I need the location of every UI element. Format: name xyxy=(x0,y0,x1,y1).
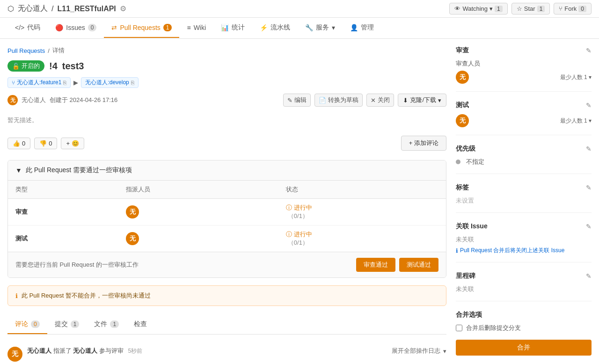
watch-dropdown-icon[interactable]: ▾ xyxy=(489,5,493,12)
col-type: 类型 xyxy=(8,181,118,199)
expand-log-icon: ▾ xyxy=(443,348,446,355)
test-min-count: 最少人数 1 ▾ xyxy=(560,117,592,125)
fork-button[interactable]: ⑂ Fork 0 xyxy=(554,3,592,15)
thumbs-up-button[interactable]: 👍 0 xyxy=(7,138,30,149)
add-comment-button[interactable]: + 添加评论 xyxy=(401,136,446,151)
settings-icon[interactable]: ⚙ xyxy=(120,4,126,13)
review-table: 类型 指派人员 状态 审查 无 ⓘ 进行中 xyxy=(8,181,446,252)
review-status-test: ⓘ 进行中 （0/1） xyxy=(278,226,446,252)
delete-branch-option: 合并后删除提交分支 xyxy=(456,324,592,332)
tab-services[interactable]: 🔧 服务 ▾ xyxy=(298,18,343,38)
status-circle-icon: ⓘ xyxy=(286,204,292,212)
copy-source-icon[interactable]: ⎘ xyxy=(63,80,66,86)
stats-icon: 📊 xyxy=(221,24,229,31)
add-comment-text: + 添加评论 xyxy=(409,139,438,146)
open-icon: 🔓 xyxy=(12,63,20,70)
breadcrumb-parent[interactable]: Pull Requests xyxy=(7,47,45,54)
review-footer: 需要您进行当前 Pull Request 的一些审核工作 审查通过 测试通过 xyxy=(8,252,446,277)
test-pass-button[interactable]: 测试通过 xyxy=(399,258,438,272)
comments-tab-label: 评论 xyxy=(15,320,28,328)
repo-owner: 无心道人 xyxy=(18,4,48,14)
repo-separator: / xyxy=(51,5,53,13)
add-emoji-button[interactable]: + 😊 xyxy=(61,138,84,149)
pr-status-badge: 🔓 开启的 xyxy=(7,60,44,72)
pr-actions-bar: 无 无心道人 创建于 2024-04-26 17:16 ✎ 编辑 📄 转换为草稿… xyxy=(7,94,446,107)
activity-action2: 参与评审 xyxy=(99,347,124,354)
sidebar-priority-title: 优先级 xyxy=(456,145,475,153)
sidebar-labels-section: 标签 ✎ 未设置 xyxy=(456,183,592,213)
labels-value: 未设置 xyxy=(456,197,474,204)
tab-files[interactable]: 文件 1 xyxy=(87,315,126,334)
files-tab-label: 文件 xyxy=(94,320,107,328)
repo-icon: ⬡ xyxy=(7,4,14,13)
approve-button[interactable]: 审查通过 xyxy=(356,258,395,272)
tab-pipeline[interactable]: ⚡ 流水线 xyxy=(252,18,298,38)
sidebar-merge-title: 合并选项 xyxy=(456,311,482,319)
thumbs-down-button[interactable]: 👎 0 xyxy=(34,138,57,149)
review-status-audit: ⓘ 进行中 （0/1） xyxy=(278,199,446,226)
edit-button[interactable]: ✎ 编辑 xyxy=(283,94,311,107)
issues-icon: 🔴 xyxy=(55,24,63,31)
draft-button[interactable]: 📄 转换为草稿 xyxy=(314,94,363,107)
tab-pipeline-label: 流水线 xyxy=(270,23,290,32)
activity-action: 指派了 xyxy=(53,347,73,354)
pr-title-text: test3 xyxy=(62,61,84,72)
tab-stats-label: 统计 xyxy=(232,23,245,32)
tab-manage-label: 管理 xyxy=(361,23,374,32)
status-circle-icon-test: ⓘ xyxy=(286,230,292,239)
review-min-chevron[interactable]: ▾ xyxy=(589,74,592,80)
sidebar-labels-header: 标签 ✎ xyxy=(456,183,592,192)
sidebar-milestone-header: 里程碑 ✎ xyxy=(456,272,592,280)
tab-commits[interactable]: 提交 1 xyxy=(47,315,87,334)
tab-issues-label: Issues xyxy=(66,24,85,31)
pr-title-row: 🔓 开启的 !4 test3 xyxy=(7,60,446,72)
edit-milestone-icon[interactable]: ✎ xyxy=(586,272,592,280)
tab-stats[interactable]: 📊 统计 xyxy=(213,18,252,38)
copy-target-icon[interactable]: ⎘ xyxy=(131,80,134,86)
close-button[interactable]: ✕ 关闭 xyxy=(366,94,394,107)
pr-branch-info: ⑂ 无心道人:feature1 ⎘ ▶ 无心道人:develop ⎘ xyxy=(7,77,446,88)
review-box-title: 此 Pull Request 需要通过一些审核项 xyxy=(26,166,132,175)
status-inprogress-test: ⓘ 进行中 xyxy=(286,230,438,239)
review-footer-text: 需要您进行当前 Pull Request 的一些审核工作 xyxy=(15,261,139,269)
edit-testers-icon[interactable]: ✎ xyxy=(586,102,592,109)
tab-services-label: 服务 xyxy=(316,23,329,32)
watch-button[interactable]: 👁 Watching ▾ 1 xyxy=(449,3,507,15)
tab-issues[interactable]: 🔴 Issues 0 xyxy=(48,18,104,38)
tab-wiki[interactable]: ≡ Wiki xyxy=(179,18,213,38)
repo-name: L11_RESTfulAPI xyxy=(57,5,116,13)
test-min-chevron[interactable]: ▾ xyxy=(589,117,592,124)
sidebar-test-title: 测试 xyxy=(456,101,469,109)
sidebar-milestone-section: 里程碑 ✎ 未关联 xyxy=(456,272,592,301)
pr-author: 无心道人 xyxy=(22,96,46,104)
sidebar-review-section: 审查 ✎ 审查人员 无 最少人数 1 ▾ xyxy=(456,46,592,92)
sidebar-merge-section: 合并选项 合并后删除提交分支 合并 xyxy=(456,311,592,363)
delete-branch-checkbox[interactable] xyxy=(456,325,462,331)
edit-labels-icon[interactable]: ✎ xyxy=(586,184,592,191)
tab-comments[interactable]: 评论 0 xyxy=(7,315,47,334)
delete-branch-label: 合并后删除提交分支 xyxy=(466,324,521,332)
pulls-icon: ⇄ xyxy=(111,24,117,31)
assignee-avatar-test: 无 xyxy=(126,232,139,245)
star-icon: ☆ xyxy=(517,5,522,12)
pr-meta: 无 无心道人 创建于 2024-04-26 17:16 xyxy=(7,95,279,105)
clone-button[interactable]: ⬇ 克隆/下载 ▾ xyxy=(398,94,446,107)
breadcrumb-separator: / xyxy=(48,47,50,54)
merge-button[interactable]: 合并 xyxy=(456,340,592,356)
tab-pulls[interactable]: ⇄ Pull Requests 1 xyxy=(104,18,179,38)
issue-note: ℹ Pull Request 合并后将关闭上述关联 Issue xyxy=(456,247,592,255)
top-bar: ⬡ 无心道人 / L11_RESTfulAPI ⚙ 👁 Watching ▾ 1… xyxy=(0,0,599,18)
warning-text: 此 Pull Request 暂不能合并，一些审核尚未通过 xyxy=(22,291,151,300)
edit-issue-icon[interactable]: ✎ xyxy=(586,223,592,230)
commits-tab-label: 提交 xyxy=(55,320,68,328)
tab-checks[interactable]: 检查 xyxy=(126,315,154,334)
expand-log-button[interactable]: 展开全部操作日志 ▾ xyxy=(392,347,446,355)
tab-code[interactable]: </> 代码 xyxy=(7,18,48,38)
col-assignee: 指派人员 xyxy=(118,181,278,199)
tab-manage[interactable]: 👤 管理 xyxy=(343,18,381,38)
edit-priority-icon[interactable]: ✎ xyxy=(586,145,592,153)
review-type-audit: 审查 xyxy=(8,199,118,226)
edit-reviewers-icon[interactable]: ✎ xyxy=(586,47,592,54)
star-button[interactable]: ☆ Star 1 xyxy=(511,3,550,15)
review-box-header[interactable]: ▼ 此 Pull Request 需要通过一些审核项 xyxy=(8,160,446,181)
